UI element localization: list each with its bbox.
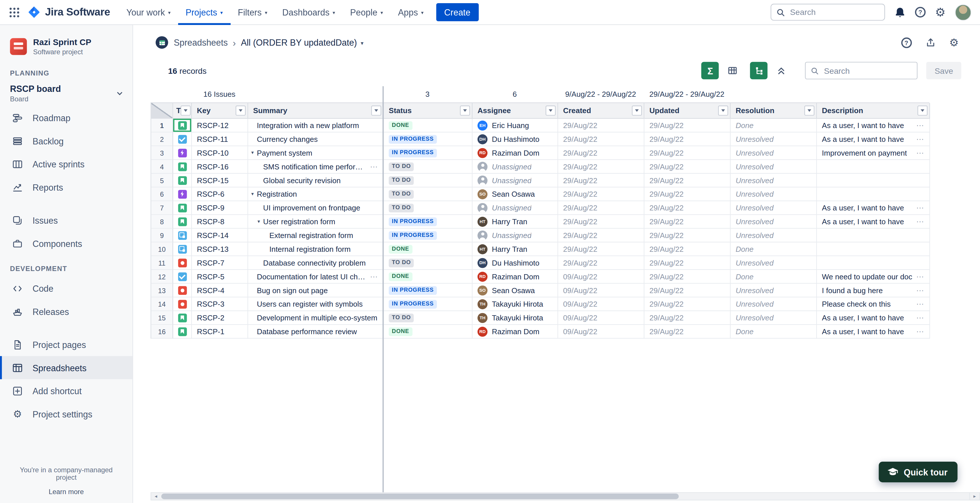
created-cell[interactable]: 29/Aug/22	[558, 242, 644, 256]
issue-type-cell[interactable]	[173, 119, 192, 132]
resolution-cell[interactable]: Unresolved	[731, 187, 817, 201]
updated-cell[interactable]: 29/Aug/22	[644, 325, 730, 339]
filter-icon[interactable]	[917, 106, 928, 116]
summary-cell[interactable]: ▾ Integration with a new platform ⋯	[248, 119, 384, 132]
settings-icon[interactable]: ⚙	[949, 37, 959, 48]
expand-caret-icon[interactable]: ▾	[251, 191, 257, 197]
issue-type-cell[interactable]	[173, 311, 192, 325]
create-button[interactable]: Create	[436, 3, 479, 21]
description-cell[interactable]: ⋯	[817, 228, 930, 242]
help-icon[interactable]: ?	[901, 37, 912, 48]
status-cell[interactable]: IN PROGRESS	[384, 297, 473, 311]
app-switcher-icon[interactable]	[6, 4, 23, 21]
status-cell[interactable]: TO DO	[384, 256, 473, 270]
row-number[interactable]: 9	[151, 228, 173, 242]
quick-tour-button[interactable]: Quick tour	[878, 462, 957, 482]
summary-cell[interactable]: ▾ Bug on sign out page ⋯	[248, 284, 384, 297]
user-avatar[interactable]	[955, 4, 971, 21]
summary-cell[interactable]: ▾ Registration ⋯	[248, 187, 384, 201]
status-cell[interactable]: TO DO	[384, 311, 473, 325]
created-cell[interactable]: 09/Aug/22	[558, 284, 644, 297]
issue-key-cell[interactable]: RSCP-15	[192, 174, 248, 187]
sheet-search-input[interactable]	[822, 65, 912, 76]
save-button[interactable]: Save	[927, 62, 961, 79]
row-number[interactable]: 5	[151, 174, 173, 187]
row-number[interactable]: 3	[151, 146, 173, 160]
sidebar-item-roadmap[interactable]: Roadmap	[0, 106, 132, 130]
issue-key-cell[interactable]: RSCP-6	[192, 187, 248, 201]
settings-icon[interactable]: ⚙	[935, 6, 945, 18]
summary-cell[interactable]: ▾ Database connectivity problem ⋯	[248, 256, 384, 270]
updated-cell[interactable]: 29/Aug/22	[644, 297, 730, 311]
summary-cell[interactable]: ▾ Development in multiple eco-system ⋯	[248, 311, 384, 325]
status-cell[interactable]: IN PROGRESS	[384, 146, 473, 160]
created-cell[interactable]: 29/Aug/22	[558, 160, 644, 174]
description-cell[interactable]: ⋯	[817, 242, 930, 256]
scrollbar-thumb[interactable]	[161, 493, 679, 499]
created-cell[interactable]: 09/Aug/22	[558, 297, 644, 311]
resolution-cell[interactable]: Unresolved	[731, 256, 817, 270]
assignee-cell[interactable]: EH Eric Huang	[473, 119, 558, 132]
sidebar-item-code[interactable]: Code	[0, 277, 132, 300]
row-number[interactable]: 14	[151, 297, 173, 311]
assignee-cell[interactable]: TH Takayuki Hirota	[473, 297, 558, 311]
filter-icon[interactable]	[181, 106, 191, 116]
nav-dashboards[interactable]: Dashboards▾	[275, 0, 343, 25]
view-selector[interactable]: All (ORDER BY updatedDate) ▾	[241, 38, 364, 48]
breadcrumb-app-link[interactable]: Spreadsheets	[174, 38, 228, 48]
sidebar-item-project-settings[interactable]: ⚙ Project settings	[0, 403, 132, 426]
issue-key-cell[interactable]: RSCP-7	[192, 256, 248, 270]
filter-icon[interactable]	[371, 106, 382, 116]
horizontal-scrollbar[interactable]: ◂ ▸	[151, 492, 980, 500]
created-cell[interactable]: 29/Aug/22	[558, 132, 644, 146]
summary-cell[interactable]: ▾ Payment system ⋯	[248, 146, 384, 160]
help-icon[interactable]: ?	[915, 7, 926, 17]
resolution-cell[interactable]: Unresolved	[731, 146, 817, 160]
resolution-cell[interactable]: Unresolved	[731, 228, 817, 242]
row-number[interactable]: 12	[151, 270, 173, 284]
description-cell[interactable]: As a user, I want to have ⋯	[817, 132, 930, 146]
row-number[interactable]: 4	[151, 160, 173, 174]
updated-cell[interactable]: 29/Aug/22	[644, 256, 730, 270]
created-cell[interactable]: 29/Aug/22	[558, 174, 644, 187]
updated-cell[interactable]: 29/Aug/22	[644, 270, 730, 284]
sidebar-item-reports[interactable]: Reports	[0, 176, 132, 199]
issue-type-cell[interactable]	[173, 256, 192, 270]
tree-view-button[interactable]	[750, 62, 768, 79]
issue-key-cell[interactable]: RSCP-2	[192, 311, 248, 325]
updated-cell[interactable]: 29/Aug/22	[644, 228, 730, 242]
updated-cell[interactable]: 29/Aug/22	[644, 311, 730, 325]
filter-icon[interactable]	[805, 106, 815, 116]
global-search-input[interactable]	[789, 7, 880, 17]
resolution-cell[interactable]: Unresolved	[731, 132, 817, 146]
sidebar-item-project-pages[interactable]: Project pages	[0, 333, 132, 356]
resolution-cell[interactable]: Done	[731, 242, 817, 256]
issue-key-cell[interactable]: RSCP-12	[192, 119, 248, 132]
expand-caret-icon[interactable]: ▾	[251, 150, 257, 156]
updated-cell[interactable]: 29/Aug/22	[644, 215, 730, 229]
sidebar-item-spreadsheets[interactable]: Spreadsheets	[0, 356, 132, 379]
corner-cell[interactable]	[151, 103, 173, 119]
status-cell[interactable]: TO DO	[384, 160, 473, 174]
sidebar-item-components[interactable]: Components	[0, 232, 132, 255]
nav-people[interactable]: People▾	[343, 0, 391, 25]
filter-icon[interactable]	[460, 106, 470, 116]
header-summary[interactable]: Summary	[248, 103, 384, 119]
issue-type-cell[interactable]	[173, 215, 192, 229]
issue-key-cell[interactable]: RSCP-11	[192, 132, 248, 146]
created-cell[interactable]: 29/Aug/22	[558, 256, 644, 270]
resolution-cell[interactable]: Done	[731, 119, 817, 132]
assignee-cell[interactable]: Unassigned	[473, 228, 558, 242]
project-header[interactable]: Razi Sprint CP Software project	[0, 25, 132, 59]
resolution-cell[interactable]: Done	[731, 325, 817, 339]
status-cell[interactable]: DONE	[384, 119, 473, 132]
updated-cell[interactable]: 29/Aug/22	[644, 187, 730, 201]
issue-type-cell[interactable]	[173, 242, 192, 256]
status-cell[interactable]: DONE	[384, 270, 473, 284]
status-cell[interactable]: TO DO	[384, 187, 473, 201]
status-cell[interactable]: IN PROGRESS	[384, 132, 473, 146]
resolution-cell[interactable]: Unresolved	[731, 201, 817, 215]
board-selector[interactable]: RSCP board Board	[0, 81, 132, 106]
status-cell[interactable]: IN PROGRESS	[384, 284, 473, 297]
issue-type-cell[interactable]	[173, 146, 192, 160]
